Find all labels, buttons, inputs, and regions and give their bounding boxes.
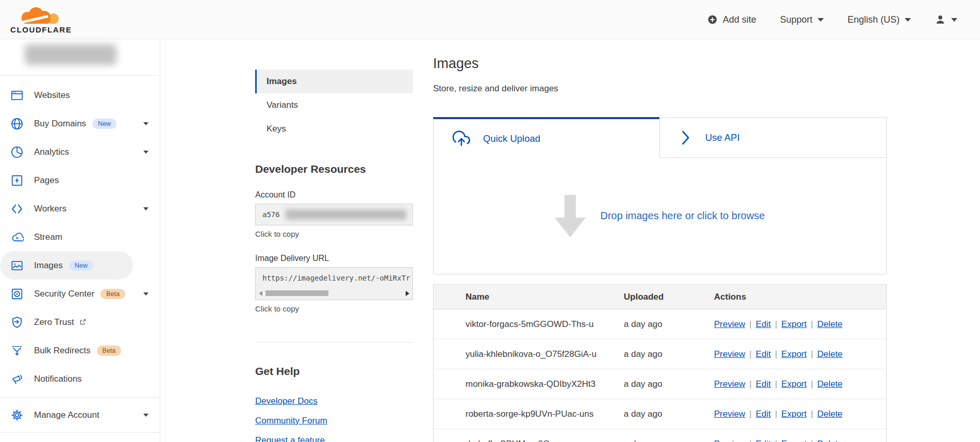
megaphone-icon bbox=[10, 372, 24, 386]
chevron-down-icon bbox=[143, 292, 148, 296]
edit-link[interactable]: Edit bbox=[756, 439, 771, 442]
edit-link[interactable]: Edit bbox=[756, 349, 771, 359]
sidebar-item-workers[interactable]: Workers bbox=[0, 194, 160, 223]
sidebar-item-images[interactable]: Images New bbox=[0, 251, 133, 280]
edit-link[interactable]: Edit bbox=[756, 409, 771, 419]
developer-resources-title: Developer Resources bbox=[255, 163, 413, 175]
image-dropzone[interactable]: Drop images here or click to browse bbox=[434, 158, 886, 274]
subnav-item-images[interactable]: Images bbox=[255, 70, 413, 93]
image-name: viktor-forgacs-5mGGOWD-Ths-u bbox=[466, 319, 624, 330]
sidebar-item-label: Workers bbox=[34, 204, 67, 214]
sidebar-item-analytics[interactable]: Analytics bbox=[0, 138, 160, 166]
preview-link[interactable]: Preview bbox=[714, 379, 745, 389]
export-link[interactable]: Export bbox=[782, 409, 807, 419]
row-actions: Preview|Edit|Export|Delete bbox=[714, 379, 886, 389]
images-table: Name Uploaded Actions viktor-forgacs-5mG… bbox=[433, 284, 887, 442]
chevron-down-icon bbox=[143, 151, 148, 154]
export-link[interactable]: Export bbox=[782, 439, 807, 442]
subnav-item-keys[interactable]: Keys bbox=[255, 117, 413, 141]
help-links: Developer Docs Community Forum Request a… bbox=[255, 396, 413, 442]
new-badge: New bbox=[69, 260, 93, 271]
delivery-url-value: https://imagedelivery.net/-oMiRxTr bbox=[256, 268, 412, 282]
profile-menu[interactable] bbox=[935, 14, 957, 25]
preview-link[interactable]: Preview bbox=[714, 409, 745, 419]
cloudflare-dashboard: CLOUDFLARE Add site Support English (US) bbox=[0, 0, 980, 442]
lightning-page-icon bbox=[10, 174, 24, 187]
upload-tabs: Quick Upload Use API bbox=[433, 117, 887, 158]
preview-link[interactable]: Preview bbox=[714, 349, 745, 359]
sidebar-item-label: Notifications bbox=[34, 374, 82, 384]
sidebar-item-websites[interactable]: Websites bbox=[0, 81, 160, 109]
sidebar-item-notifications[interactable]: Notifications bbox=[0, 365, 160, 393]
page-subtitle: Store, resize and deliver images bbox=[433, 84, 558, 94]
action-separator: | bbox=[775, 349, 777, 359]
horizontal-scrollbar[interactable] bbox=[259, 290, 409, 297]
vault-icon bbox=[10, 287, 24, 301]
export-link[interactable]: Export bbox=[782, 379, 807, 389]
tab-quick-upload[interactable]: Quick Upload bbox=[433, 117, 659, 158]
chevron-down-icon bbox=[143, 122, 148, 125]
get-help-title: Get Help bbox=[255, 365, 413, 378]
preview-link[interactable]: Preview bbox=[714, 439, 745, 442]
tab-label: Quick Upload bbox=[483, 133, 540, 144]
account-id-label: Account ID bbox=[255, 190, 413, 200]
uploaded-time: a day ago bbox=[624, 439, 714, 442]
account-name-redacted[interactable] bbox=[25, 44, 117, 65]
scroll-left-arrow-icon[interactable] bbox=[259, 291, 262, 296]
delete-link[interactable]: Delete bbox=[817, 319, 842, 329]
action-separator: | bbox=[749, 379, 751, 389]
export-link[interactable]: Export bbox=[782, 349, 807, 359]
export-link[interactable]: Export bbox=[782, 319, 807, 329]
table-header-row: Name Uploaded Actions bbox=[434, 285, 886, 309]
click-to-copy-hint: Click to copy bbox=[255, 304, 413, 314]
primary-sidebar: Websites Buy Domains New bbox=[0, 40, 160, 442]
tab-use-api[interactable]: Use API bbox=[659, 117, 887, 158]
pie-chart-icon bbox=[10, 145, 24, 159]
quick-upload-panel: Drop images here or click to browse bbox=[433, 158, 887, 274]
delete-link[interactable]: Delete bbox=[817, 349, 842, 359]
action-separator: | bbox=[775, 379, 777, 389]
uploaded-time: a day ago bbox=[624, 319, 714, 330]
browser-icon bbox=[10, 89, 24, 102]
sidebar-item-zero-trust[interactable]: Zero Trust bbox=[0, 308, 160, 336]
delete-link[interactable]: Delete bbox=[817, 409, 842, 419]
sidebar-item-label: Images bbox=[34, 260, 63, 271]
delete-link[interactable]: Delete bbox=[817, 439, 842, 442]
sidebar-item-manage-account[interactable]: Manage Account bbox=[0, 401, 160, 429]
sidebar-item-label: Bulk Redirects bbox=[34, 346, 91, 356]
sidebar-item-label: Security Center bbox=[34, 289, 94, 299]
language-menu[interactable]: English (US) bbox=[848, 14, 911, 25]
angle-brackets-icon bbox=[10, 202, 24, 216]
delivery-url-copybox[interactable]: https://imagedelivery.net/-oMiRxTr bbox=[255, 267, 413, 300]
chevron-down-icon bbox=[905, 18, 911, 22]
cloudflare-cloud-icon: CLOUDFLARE bbox=[10, 4, 78, 34]
sidebar-item-buy-domains[interactable]: Buy Domains New bbox=[0, 109, 160, 138]
support-menu[interactable]: Support bbox=[780, 14, 824, 25]
chevron-down-icon bbox=[818, 18, 824, 22]
plus-circle-icon bbox=[707, 14, 718, 25]
image-name: de-la-flo-SPUMun-8Qc-uns bbox=[466, 439, 624, 442]
sidebar-item-pages[interactable]: Pages bbox=[0, 166, 160, 194]
image-name: roberta-sorge-kp9UVn-PUac-uns bbox=[466, 409, 624, 419]
globe-icon bbox=[10, 117, 24, 130]
cloudflare-logo[interactable]: CLOUDFLARE bbox=[10, 4, 78, 34]
edit-link[interactable]: Edit bbox=[756, 319, 771, 329]
sidebar-item-security-center[interactable]: Security Center Beta bbox=[0, 280, 160, 308]
subnav-item-variants[interactable]: Variants bbox=[255, 93, 413, 117]
down-arrow-icon bbox=[555, 195, 586, 237]
developer-docs-link[interactable]: Developer Docs bbox=[255, 396, 318, 406]
add-site-button[interactable]: Add site bbox=[707, 14, 756, 25]
delete-link[interactable]: Delete bbox=[817, 379, 842, 389]
preview-link[interactable]: Preview bbox=[714, 319, 745, 329]
sidebar-item-stream[interactable]: Stream bbox=[0, 223, 160, 251]
action-separator: | bbox=[811, 409, 813, 419]
scrollbar-thumb[interactable] bbox=[265, 290, 328, 296]
edit-link[interactable]: Edit bbox=[756, 379, 771, 389]
scroll-right-arrow-icon[interactable] bbox=[406, 291, 409, 296]
table-row: roberta-sorge-kp9UVn-PUac-uns a day ago … bbox=[434, 399, 886, 429]
community-forum-link[interactable]: Community Forum bbox=[255, 416, 327, 425]
account-id-copybox[interactable]: a576 bbox=[255, 204, 413, 225]
sidebar-item-bulk-redirects[interactable]: Bulk Redirects Beta bbox=[0, 336, 160, 365]
subnav-item-label: Variants bbox=[267, 100, 298, 110]
request-feature-link[interactable]: Request a feature bbox=[255, 435, 325, 442]
